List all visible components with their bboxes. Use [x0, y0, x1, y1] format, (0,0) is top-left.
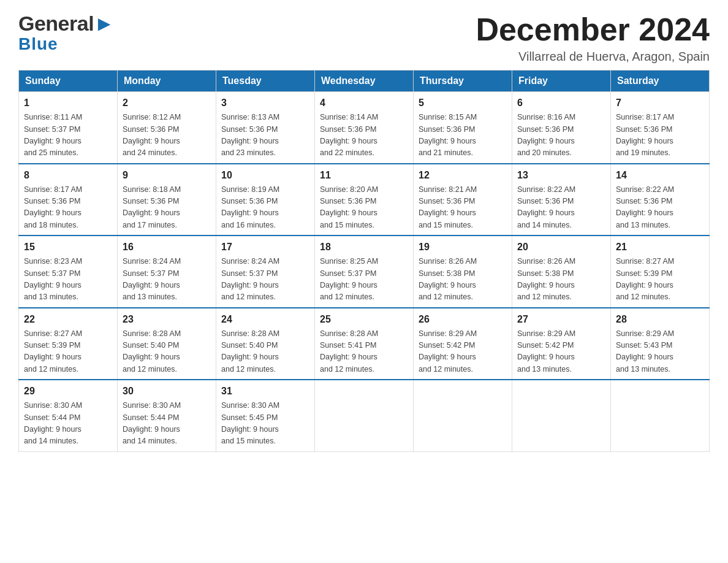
- calendar-cell: 10 Sunrise: 8:19 AM Sunset: 5:36 PM Dayl…: [216, 164, 315, 236]
- day-number: 23: [123, 312, 211, 327]
- cell-content: Sunrise: 8:27 AM Sunset: 5:39 PM Dayligh…: [24, 328, 112, 376]
- calendar-cell: 1 Sunrise: 8:11 AM Sunset: 5:37 PM Dayli…: [19, 92, 118, 164]
- cell-content: Sunrise: 8:15 AM Sunset: 5:36 PM Dayligh…: [419, 112, 507, 159]
- col-sunday: Sunday: [19, 71, 118, 92]
- calendar-cell: 20 Sunrise: 8:26 AM Sunset: 5:38 PM Dayl…: [512, 236, 611, 308]
- day-number: 8: [24, 168, 112, 183]
- calendar-cell: 8 Sunrise: 8:17 AM Sunset: 5:36 PM Dayli…: [19, 164, 118, 236]
- day-number: 2: [123, 96, 211, 110]
- cell-content: Sunrise: 8:29 AM Sunset: 5:42 PM Dayligh…: [517, 328, 605, 376]
- calendar-cell: 31 Sunrise: 8:30 AM Sunset: 5:45 PM Dayl…: [216, 380, 315, 451]
- cell-content: Sunrise: 8:22 AM Sunset: 5:36 PM Dayligh…: [616, 184, 704, 232]
- cell-content: Sunrise: 8:17 AM Sunset: 5:36 PM Dayligh…: [24, 184, 112, 232]
- day-number: 10: [221, 168, 309, 183]
- day-number: 11: [320, 168, 408, 183]
- calendar-cell: 7 Sunrise: 8:17 AM Sunset: 5:36 PM Dayli…: [611, 92, 710, 164]
- day-number: 26: [419, 312, 507, 327]
- cell-content: Sunrise: 8:12 AM Sunset: 5:36 PM Dayligh…: [123, 112, 211, 159]
- calendar-cell: 11 Sunrise: 8:20 AM Sunset: 5:36 PM Dayl…: [315, 164, 414, 236]
- cell-content: Sunrise: 8:16 AM Sunset: 5:36 PM Dayligh…: [517, 112, 605, 159]
- cell-content: Sunrise: 8:26 AM Sunset: 5:38 PM Dayligh…: [419, 256, 507, 304]
- cell-content: Sunrise: 8:30 AM Sunset: 5:44 PM Dayligh…: [24, 400, 112, 448]
- day-number: 5: [419, 96, 507, 110]
- col-friday: Friday: [512, 71, 611, 92]
- calendar-cell: 27 Sunrise: 8:29 AM Sunset: 5:42 PM Dayl…: [512, 308, 611, 380]
- day-number: 4: [320, 96, 408, 110]
- logo-line1: General►: [18, 12, 114, 35]
- cell-content: Sunrise: 8:26 AM Sunset: 5:38 PM Dayligh…: [517, 256, 605, 304]
- calendar-cell: 6 Sunrise: 8:16 AM Sunset: 5:36 PM Dayli…: [512, 92, 611, 164]
- cell-content: Sunrise: 8:30 AM Sunset: 5:45 PM Dayligh…: [221, 400, 309, 448]
- day-number: 15: [24, 240, 112, 255]
- calendar-cell: 24 Sunrise: 8:28 AM Sunset: 5:40 PM Dayl…: [216, 308, 315, 380]
- calendar-cell: 4 Sunrise: 8:14 AM Sunset: 5:36 PM Dayli…: [315, 92, 414, 164]
- calendar-week-row: 22 Sunrise: 8:27 AM Sunset: 5:39 PM Dayl…: [19, 308, 710, 380]
- calendar-cell: 15 Sunrise: 8:23 AM Sunset: 5:37 PM Dayl…: [19, 236, 118, 308]
- day-number: 1: [24, 96, 112, 110]
- calendar-cell: 16 Sunrise: 8:24 AM Sunset: 5:37 PM Dayl…: [118, 236, 216, 308]
- calendar-cell: 22 Sunrise: 8:27 AM Sunset: 5:39 PM Dayl…: [19, 308, 118, 380]
- page-header: General► Blue December 2024 Villarreal d…: [18, 12, 710, 64]
- cell-content: Sunrise: 8:23 AM Sunset: 5:37 PM Dayligh…: [24, 256, 112, 304]
- calendar-cell: 5 Sunrise: 8:15 AM Sunset: 5:36 PM Dayli…: [414, 92, 512, 164]
- cell-content: Sunrise: 8:13 AM Sunset: 5:36 PM Dayligh…: [221, 112, 309, 159]
- day-number: 31: [221, 384, 309, 399]
- day-number: 29: [24, 384, 112, 399]
- location-subtitle: Villarreal de Huerva, Aragon, Spain: [476, 50, 710, 64]
- calendar-cell: 12 Sunrise: 8:21 AM Sunset: 5:36 PM Dayl…: [414, 164, 512, 236]
- month-title: December 2024: [476, 12, 710, 47]
- calendar-cell: 26 Sunrise: 8:29 AM Sunset: 5:42 PM Dayl…: [414, 308, 512, 380]
- day-number: 14: [616, 168, 704, 183]
- cell-content: Sunrise: 8:25 AM Sunset: 5:37 PM Dayligh…: [320, 256, 408, 304]
- cell-content: Sunrise: 8:30 AM Sunset: 5:44 PM Dayligh…: [123, 400, 211, 448]
- calendar-cell: [414, 380, 512, 451]
- day-number: 6: [517, 96, 605, 110]
- calendar-week-row: 29 Sunrise: 8:30 AM Sunset: 5:44 PM Dayl…: [19, 380, 710, 451]
- day-number: 7: [616, 96, 704, 110]
- calendar-cell: 29 Sunrise: 8:30 AM Sunset: 5:44 PM Dayl…: [19, 380, 118, 451]
- col-monday: Monday: [118, 71, 216, 92]
- calendar-cell: 2 Sunrise: 8:12 AM Sunset: 5:36 PM Dayli…: [118, 92, 216, 164]
- cell-content: Sunrise: 8:28 AM Sunset: 5:40 PM Dayligh…: [221, 328, 309, 376]
- cell-content: Sunrise: 8:24 AM Sunset: 5:37 PM Dayligh…: [221, 256, 309, 304]
- logo: General► Blue: [18, 12, 114, 54]
- cell-content: Sunrise: 8:22 AM Sunset: 5:36 PM Dayligh…: [517, 184, 605, 232]
- col-wednesday: Wednesday: [315, 71, 414, 92]
- day-number: 17: [221, 240, 309, 255]
- title-area: December 2024 Villarreal de Huerva, Arag…: [476, 12, 710, 64]
- calendar-cell: [315, 380, 414, 451]
- cell-content: Sunrise: 8:28 AM Sunset: 5:41 PM Dayligh…: [320, 328, 408, 376]
- cell-content: Sunrise: 8:14 AM Sunset: 5:36 PM Dayligh…: [320, 112, 408, 159]
- cell-content: Sunrise: 8:24 AM Sunset: 5:37 PM Dayligh…: [123, 256, 211, 304]
- calendar-cell: 21 Sunrise: 8:27 AM Sunset: 5:39 PM Dayl…: [611, 236, 710, 308]
- col-tuesday: Tuesday: [216, 71, 315, 92]
- cell-content: Sunrise: 8:21 AM Sunset: 5:36 PM Dayligh…: [419, 184, 507, 232]
- calendar-cell: 19 Sunrise: 8:26 AM Sunset: 5:38 PM Dayl…: [414, 236, 512, 308]
- cell-content: Sunrise: 8:17 AM Sunset: 5:36 PM Dayligh…: [616, 112, 704, 159]
- day-number: 22: [24, 312, 112, 327]
- calendar-cell: 25 Sunrise: 8:28 AM Sunset: 5:41 PM Dayl…: [315, 308, 414, 380]
- day-number: 24: [221, 312, 309, 327]
- day-number: 16: [123, 240, 211, 255]
- day-number: 27: [517, 312, 605, 327]
- day-number: 25: [320, 312, 408, 327]
- calendar-week-row: 8 Sunrise: 8:17 AM Sunset: 5:36 PM Dayli…: [19, 164, 710, 236]
- calendar-cell: 13 Sunrise: 8:22 AM Sunset: 5:36 PM Dayl…: [512, 164, 611, 236]
- calendar-cell: 30 Sunrise: 8:30 AM Sunset: 5:44 PM Dayl…: [118, 380, 216, 451]
- cell-content: Sunrise: 8:27 AM Sunset: 5:39 PM Dayligh…: [616, 256, 704, 304]
- calendar-header-row: Sunday Monday Tuesday Wednesday Thursday…: [19, 71, 710, 92]
- day-number: 3: [221, 96, 309, 110]
- calendar-cell: 23 Sunrise: 8:28 AM Sunset: 5:40 PM Dayl…: [118, 308, 216, 380]
- calendar-cell: 18 Sunrise: 8:25 AM Sunset: 5:37 PM Dayl…: [315, 236, 414, 308]
- cell-content: Sunrise: 8:11 AM Sunset: 5:37 PM Dayligh…: [24, 112, 112, 159]
- day-number: 21: [616, 240, 704, 255]
- cell-content: Sunrise: 8:19 AM Sunset: 5:36 PM Dayligh…: [221, 184, 309, 232]
- calendar-cell: 14 Sunrise: 8:22 AM Sunset: 5:36 PM Dayl…: [611, 164, 710, 236]
- calendar-cell: 3 Sunrise: 8:13 AM Sunset: 5:36 PM Dayli…: [216, 92, 315, 164]
- cell-content: Sunrise: 8:29 AM Sunset: 5:42 PM Dayligh…: [419, 328, 507, 376]
- day-number: 20: [517, 240, 605, 255]
- day-number: 9: [123, 168, 211, 183]
- cell-content: Sunrise: 8:28 AM Sunset: 5:40 PM Dayligh…: [123, 328, 211, 376]
- logo-line2: Blue: [18, 35, 114, 54]
- calendar-cell: [512, 380, 611, 451]
